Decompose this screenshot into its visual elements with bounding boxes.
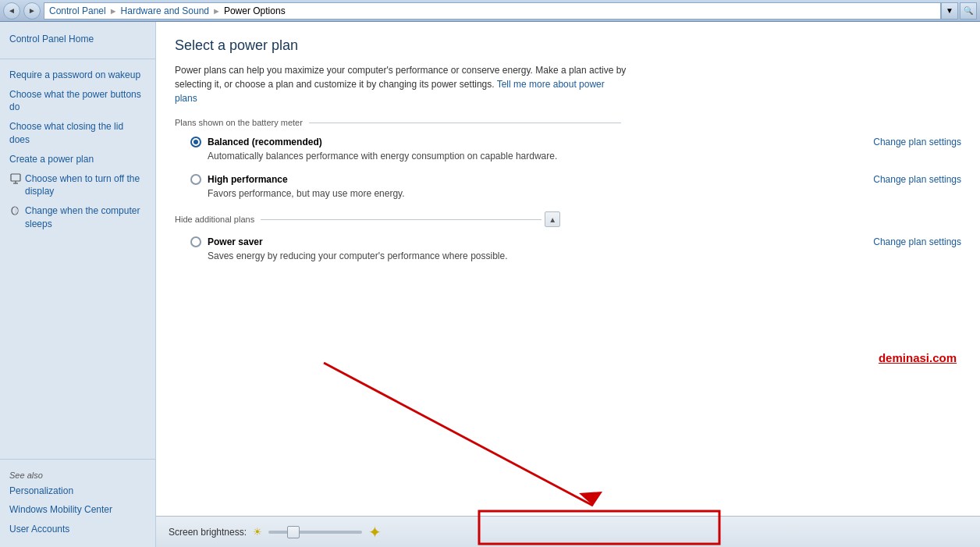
plan-balanced-settings[interactable]: Change plan settings xyxy=(873,137,961,147)
plan-balanced-radio[interactable] xyxy=(190,137,201,147)
plan-ps-radio-label[interactable]: Power saver xyxy=(190,236,263,247)
plan-high-performance: High performance Change plan settings Fa… xyxy=(175,174,961,199)
address-bar: Control Panel ► Hardware and Sound ► Pow… xyxy=(44,2,941,20)
svg-rect-0 xyxy=(11,174,20,181)
sidebar-user-accounts[interactable]: User Accounts xyxy=(0,520,155,539)
sidebar-closing-lid[interactable]: Choose what closing the lid does xyxy=(0,117,155,150)
watermark: deminasi.com xyxy=(879,351,957,364)
sidebar-home[interactable]: Control Panel Home xyxy=(0,30,155,49)
sidebar: Control Panel Home Require a password on… xyxy=(0,22,156,547)
sleep-icon xyxy=(9,204,22,217)
sidebar-power-buttons[interactable]: Choose what the power buttons do xyxy=(0,85,155,118)
page-title: Select a power plan xyxy=(175,37,961,54)
plan-ps-settings[interactable]: Change plan settings xyxy=(873,236,961,247)
intro-paragraph: Power plans can help you maximize your c… xyxy=(175,63,627,105)
sidebar-spacer xyxy=(0,234,155,453)
brightness-high-icon: ✦ xyxy=(368,523,382,542)
main-container: Control Panel Home Require a password on… xyxy=(0,22,980,547)
plan-power-saver: Power saver Change plan settings Saves e… xyxy=(175,236,961,261)
sidebar-divider-2 xyxy=(0,459,155,460)
see-also-label: See also xyxy=(0,466,155,481)
plan-hp-radio-label[interactable]: High performance xyxy=(190,174,288,185)
sidebar-turn-off-display[interactable]: Choose when to turn off the display xyxy=(0,169,155,202)
plan-hp-radio[interactable] xyxy=(190,174,201,185)
breadcrumb-sep1: ► xyxy=(109,6,118,16)
plan-hp-desc: Favors performance, but may use more ene… xyxy=(190,188,961,199)
title-bar-search[interactable]: 🔍 xyxy=(960,2,977,20)
plan-balanced-name: Balanced (recommended) xyxy=(208,137,322,147)
sidebar-create-plan[interactable]: Create a power plan xyxy=(0,150,155,169)
brightness-slider-track xyxy=(268,531,362,534)
brightness-label: Screen brightness: xyxy=(169,527,247,538)
plan-balanced-header: Balanced (recommended) Change plan setti… xyxy=(190,137,961,147)
section1-line xyxy=(309,123,621,123)
plan-ps-radio[interactable] xyxy=(190,236,201,247)
forward-button[interactable]: ► xyxy=(23,2,41,20)
plan-balanced-desc: Automatically balances performance with … xyxy=(190,151,961,162)
breadcrumb-hardware[interactable]: Hardware and Sound xyxy=(121,5,209,16)
brightness-bar: Screen brightness: ☀ ✦ xyxy=(156,516,980,547)
sidebar-require-password[interactable]: Require a password on wakeup xyxy=(0,66,155,85)
brightness-low-icon: ☀ xyxy=(253,526,262,538)
plan-balanced-radio-label[interactable]: Balanced (recommended) xyxy=(190,137,322,147)
section2-line xyxy=(261,219,541,220)
sidebar-mobility-center[interactable]: Windows Mobility Center xyxy=(0,500,155,520)
section1-label: Plans shown on the battery meter xyxy=(175,118,303,127)
plan-hp-settings[interactable]: Change plan settings xyxy=(873,174,961,185)
nav-bar: ◄ ► Control Panel ► Hardware and Sound ►… xyxy=(3,2,941,20)
title-bar-dropdown[interactable]: ▼ xyxy=(941,2,958,20)
plan-balanced: Balanced (recommended) Change plan setti… xyxy=(175,137,961,162)
plan-hp-header: High performance Change plan settings xyxy=(190,174,961,185)
collapse-button[interactable]: ▲ xyxy=(545,211,560,227)
monitor-icon xyxy=(9,172,22,185)
sidebar-change-sleep[interactable]: Change when the computer sleeps xyxy=(0,201,155,234)
title-bar: ◄ ► Control Panel ► Hardware and Sound ►… xyxy=(0,0,980,22)
breadcrumb-sep2: ► xyxy=(212,6,221,16)
breadcrumb-power: Power Options xyxy=(224,5,286,16)
section2-header: Hide additional plans ▲ xyxy=(175,211,961,227)
back-button[interactable]: ◄ xyxy=(3,2,20,20)
plan-ps-desc: Saves energy by reducing your computer's… xyxy=(190,250,961,261)
watermark-link[interactable]: deminasi.com xyxy=(879,351,957,364)
title-bar-right: ▼ 🔍 xyxy=(941,2,977,20)
brightness-slider-thumb[interactable] xyxy=(287,526,300,538)
section1-header: Plans shown on the battery meter xyxy=(175,118,961,127)
plan-hp-name: High performance xyxy=(208,174,288,185)
content-area: Select a power plan Power plans can help… xyxy=(156,22,980,547)
plan-ps-header: Power saver Change plan settings xyxy=(190,236,961,247)
breadcrumb-control-panel[interactable]: Control Panel xyxy=(49,5,106,16)
sidebar-divider-1 xyxy=(0,59,155,59)
plan-ps-name: Power saver xyxy=(208,236,263,247)
section2-label: Hide additional plans xyxy=(175,215,254,224)
sidebar-personalization[interactable]: Personalization xyxy=(0,481,155,501)
